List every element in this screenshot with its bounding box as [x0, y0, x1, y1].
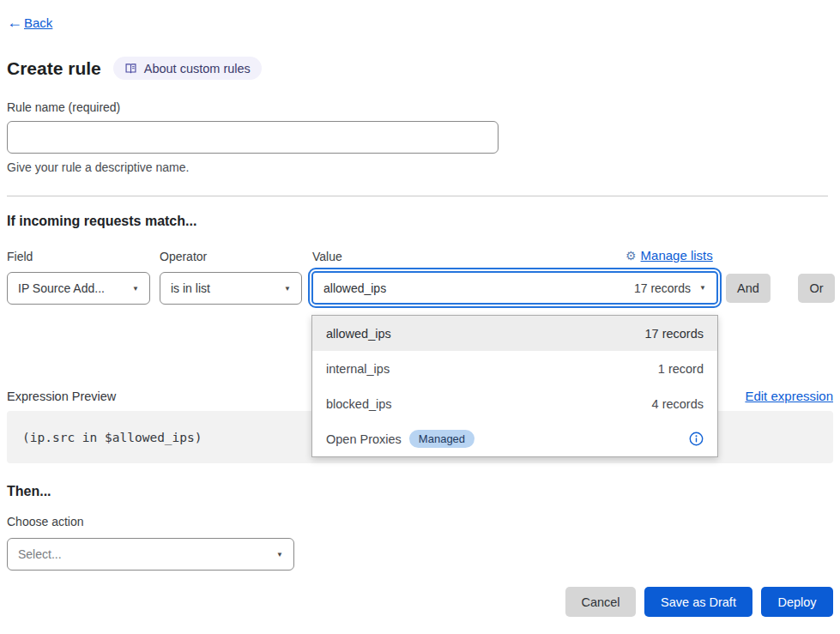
field-select-value: IP Source Add... [18, 281, 105, 295]
list-item-allowed-ips[interactable]: allowed_ips 17 records [312, 316, 717, 351]
value-dropdown-panel: allowed_ips 17 records internal_ips 1 re… [311, 315, 718, 457]
value-select-focus-ring: allowed_ips 17 records ▼ [308, 268, 722, 308]
list-item-name: allowed_ips [326, 327, 391, 341]
chevron-down-icon: ▼ [276, 551, 283, 559]
operator-select-value: is in list [171, 281, 210, 295]
field-label: Field [7, 250, 33, 263]
edit-expression-link[interactable]: Edit expression [745, 389, 833, 403]
list-item-name: blocked_ips [326, 397, 392, 411]
value-select-meta: 17 records [634, 281, 691, 295]
manage-lists-link[interactable]: ⚙ Manage lists [625, 248, 713, 263]
action-select[interactable]: Select... ▼ [7, 538, 294, 571]
create-rule-page: ← Back Create rule About custom rules Ru… [0, 0, 840, 634]
chevron-down-icon: ▼ [284, 285, 291, 293]
list-item-blocked-ips[interactable]: blocked_ips 4 records [312, 386, 717, 421]
list-item-internal-ips[interactable]: internal_ips 1 record [312, 351, 717, 386]
match-section-heading: If incoming requests match... [7, 214, 196, 229]
list-item-open-proxies[interactable]: Open Proxies Managed [312, 421, 717, 456]
choose-action-label: Choose action [7, 515, 84, 528]
deploy-button[interactable]: Deploy [761, 587, 833, 617]
cancel-button[interactable]: Cancel [565, 587, 636, 617]
list-item-name: Open Proxies [326, 432, 402, 446]
book-icon [124, 62, 137, 75]
chevron-down-icon: ▼ [132, 285, 139, 293]
rule-name-input[interactable] [7, 121, 499, 154]
value-select[interactable]: allowed_ips 17 records ▼ [311, 271, 718, 305]
about-badge-label: About custom rules [144, 62, 251, 75]
page-title: Create rule [7, 58, 101, 79]
value-select-selected: allowed_ips [323, 281, 386, 295]
save-as-draft-button[interactable]: Save as Draft [644, 587, 752, 617]
managed-badge: Managed [409, 430, 474, 448]
back-link-label[interactable]: Back [24, 15, 52, 30]
expression-preview-label: Expression Preview [7, 389, 116, 403]
operator-select[interactable]: is in list ▼ [160, 272, 302, 305]
footer-actions: Cancel Save as Draft Deploy [565, 587, 833, 617]
chevron-down-icon: ▼ [699, 284, 706, 292]
then-section-heading: Then... [7, 484, 51, 499]
back-arrow-icon: ← [7, 14, 22, 32]
section-divider [7, 196, 828, 196]
rule-name-label: Rule name (required) [7, 100, 120, 114]
list-item-meta: 1 record [658, 362, 704, 376]
gear-icon: ⚙ [625, 249, 637, 263]
title-row: Create rule About custom rules [7, 57, 262, 80]
manage-lists-label[interactable]: Manage lists [641, 248, 713, 263]
and-button[interactable]: And [726, 274, 771, 303]
list-item-meta: 4 records [652, 397, 704, 411]
about-custom-rules-link[interactable]: About custom rules [113, 57, 262, 80]
or-button[interactable]: Or [798, 274, 835, 303]
back-link[interactable]: ← Back [7, 14, 52, 32]
rule-name-helper: Give your rule a descriptive name. [7, 160, 189, 174]
value-label: Value [312, 250, 342, 263]
field-select[interactable]: IP Source Add... ▼ [7, 272, 150, 305]
operator-label: Operator [160, 250, 207, 263]
list-item-meta: 17 records [644, 327, 704, 341]
action-select-placeholder: Select... [18, 547, 62, 561]
list-item-name: internal_ips [326, 362, 390, 376]
info-icon[interactable] [689, 432, 704, 446]
expression-code: (ip.src in $allowed_ips) [22, 431, 202, 444]
